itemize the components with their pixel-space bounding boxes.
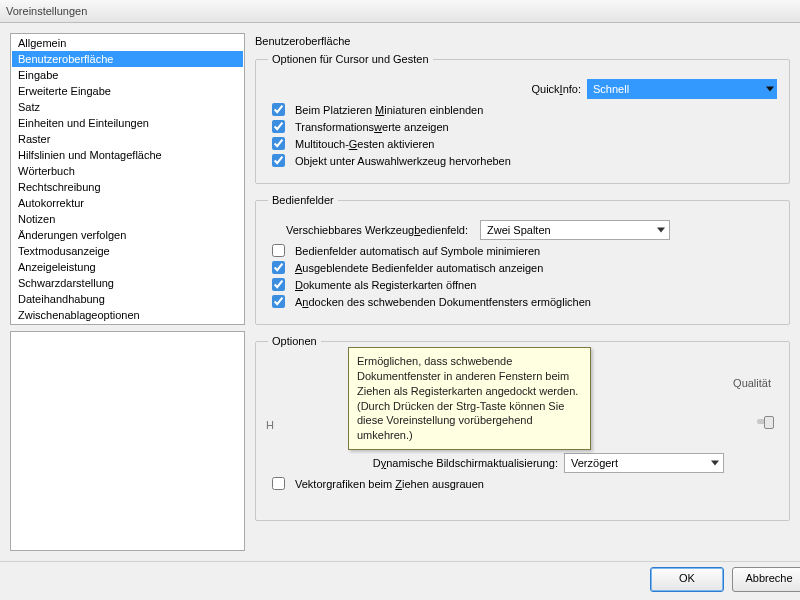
cat-einheiten[interactable]: Einheiten und Einteilungen bbox=[12, 115, 243, 131]
chk-ausgeblendete-anzeigen-label: Ausgeblendete Bedienfelder automatisch a… bbox=[295, 262, 543, 274]
chk-dokumente-register-label: Dokumente als Registerkarten öffnen bbox=[295, 279, 476, 291]
cat-raster[interactable]: Raster bbox=[12, 131, 243, 147]
group-bedienfelder: Bedienfelder Verschiebbares Werkzeugbedi… bbox=[255, 194, 790, 325]
toolpanel-select[interactable]: Zwei Spalten bbox=[480, 220, 670, 240]
toolpanel-label: Verschiebbares Werkzeugbedienfeld: bbox=[286, 224, 468, 236]
cat-erweiterte-eingabe[interactable]: Erweiterte Eingabe bbox=[12, 83, 243, 99]
slider-thumb-fragment[interactable] bbox=[764, 416, 774, 429]
cat-eingabe[interactable]: Eingabe bbox=[12, 67, 243, 83]
dyn-refresh-select[interactable]: Verzögert bbox=[564, 453, 724, 473]
quality-label-fragment: Qualität bbox=[733, 377, 771, 389]
toolpanel-value: Zwei Spalten bbox=[481, 222, 669, 238]
cat-zwischenablage[interactable]: Zwischenablageoptionen bbox=[12, 307, 243, 323]
cat-textmodus[interactable]: Textmodusanzeige bbox=[12, 243, 243, 259]
dyn-refresh-value: Verzögert bbox=[565, 455, 723, 471]
chk-andocken-label: Andocken des schwebenden Dokumentfenster… bbox=[295, 296, 591, 308]
cat-benutzeroberflaeche[interactable]: Benutzeroberfläche bbox=[12, 51, 243, 67]
chk-transformationswerte-label: Transformationswerte anzeigen bbox=[295, 121, 449, 133]
page-title: Benutzeroberfläche bbox=[255, 33, 790, 53]
chk-miniaturen-label: Beim Platzieren Miniaturen einblenden bbox=[295, 104, 483, 116]
group-cursor-gesten-legend: Optionen für Cursor und Gesten bbox=[268, 53, 433, 65]
chevron-down-icon bbox=[711, 461, 719, 466]
quickinfo-label: QuickInfo: bbox=[268, 83, 583, 95]
cat-schwarzdarstellung[interactable]: Schwarzdarstellung bbox=[12, 275, 243, 291]
group-optionen-legend: Optionen bbox=[268, 335, 321, 347]
chk-vektorgrafiken-ausgrauen[interactable] bbox=[272, 477, 285, 490]
cat-satz[interactable]: Satz bbox=[12, 99, 243, 115]
chevron-down-icon bbox=[766, 87, 774, 92]
cat-hilfslinien[interactable]: Hilfslinien und Montagefläche bbox=[12, 147, 243, 163]
cat-rechtschreibung[interactable]: Rechtschreibung bbox=[12, 179, 243, 195]
chk-transformationswerte[interactable] bbox=[272, 120, 285, 133]
quickinfo-select[interactable]: Schnell bbox=[587, 79, 777, 99]
cat-autokorrektur[interactable]: Autokorrektur bbox=[12, 195, 243, 211]
group-cursor-gesten: Optionen für Cursor und Gesten QuickInfo… bbox=[255, 53, 790, 184]
cancel-button[interactable]: Abbreche bbox=[732, 567, 800, 592]
chk-andocken[interactable] bbox=[272, 295, 285, 308]
cat-allgemein[interactable]: Allgemein bbox=[12, 35, 243, 51]
ok-button[interactable]: OK bbox=[650, 567, 724, 592]
chk-ausgeblendete-anzeigen[interactable] bbox=[272, 261, 285, 274]
chk-dokumente-register[interactable] bbox=[272, 278, 285, 291]
dyn-refresh-label: Dynamische Bildschirmaktualisierung: bbox=[268, 457, 558, 469]
category-list[interactable]: Allgemein Benutzeroberfläche Eingabe Erw… bbox=[10, 33, 245, 325]
chk-objekt-hervorheben[interactable] bbox=[272, 154, 285, 167]
group-optionen: Optionen Ermöglichen, dass schwebende Do… bbox=[255, 335, 790, 521]
cat-anzeigeleistung[interactable]: Anzeigeleistung bbox=[12, 259, 243, 275]
cat-dateihandhabung[interactable]: Dateihandhabung bbox=[12, 291, 243, 307]
chevron-down-icon bbox=[657, 228, 665, 233]
group-bedienfelder-legend: Bedienfelder bbox=[268, 194, 338, 206]
chk-vektorgrafiken-ausgrauen-label: Vektorgrafiken beim Ziehen ausgrauen bbox=[295, 478, 484, 490]
slider-track-fragment[interactable] bbox=[757, 419, 771, 424]
cat-woerterbuch[interactable]: Wörterbuch bbox=[12, 163, 243, 179]
chk-auto-minimieren-label: Bedienfelder automatisch auf Symbole min… bbox=[295, 245, 540, 257]
chk-miniaturen[interactable] bbox=[272, 103, 285, 116]
chk-multitouch[interactable] bbox=[272, 137, 285, 150]
window-title: Voreinstellungen bbox=[0, 0, 800, 23]
cat-notizen[interactable]: Notizen bbox=[12, 211, 243, 227]
chk-auto-minimieren[interactable] bbox=[272, 244, 285, 257]
label-frag-h: H bbox=[266, 419, 274, 431]
chk-objekt-hervorheben-label: Objekt unter Auswahlwerkzeug hervorheben bbox=[295, 155, 511, 167]
chk-multitouch-label: Multitouch-Gesten aktivieren bbox=[295, 138, 434, 150]
tooltip-andocken: Ermöglichen, dass schwebende Dokumentfen… bbox=[348, 347, 591, 450]
cat-aenderungen[interactable]: Änderungen verfolgen bbox=[12, 227, 243, 243]
sidebar-preview-box bbox=[10, 331, 245, 551]
quickinfo-value: Schnell bbox=[587, 81, 777, 97]
